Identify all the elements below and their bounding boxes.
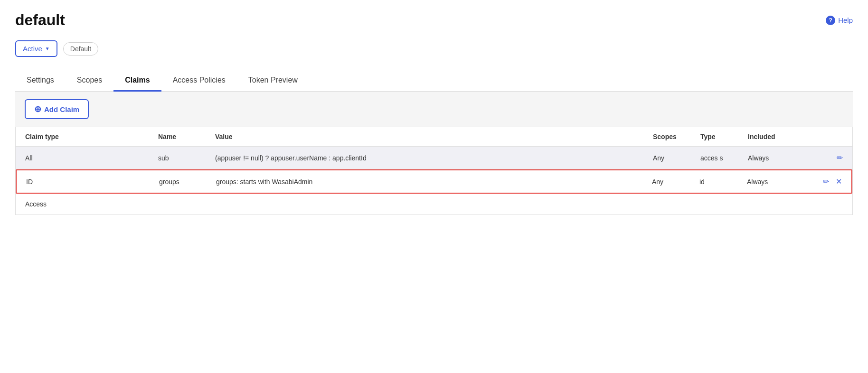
add-claim-button[interactable]: ⊕ Add Claim: [25, 99, 89, 119]
tab-claims[interactable]: Claims: [113, 70, 161, 92]
active-label: Active: [23, 45, 42, 53]
help-link[interactable]: ? Help: [826, 16, 853, 25]
cell-claim-type-all: All: [25, 154, 158, 162]
add-claim-label: Add Claim: [44, 105, 79, 113]
page-title: default: [15, 11, 65, 29]
cell-claim-type-access: Access: [25, 200, 158, 208]
tab-access-policies[interactable]: Access Policies: [161, 70, 237, 92]
top-controls: Active ▼ Default: [15, 40, 853, 57]
row-actions-sub: ✏: [805, 153, 843, 162]
delete-icon-groups[interactable]: ✕: [836, 177, 842, 186]
cell-scopes-groups: Any: [652, 178, 699, 186]
cell-name-sub: sub: [158, 154, 215, 162]
toolbar: ⊕ Add Claim: [15, 92, 853, 127]
help-icon: ?: [826, 16, 835, 25]
col-claim-type: Claim type: [25, 133, 158, 140]
table-header: Claim type Name Value Scopes Type Includ…: [16, 127, 852, 147]
col-type: Type: [700, 133, 748, 140]
help-label: Help: [838, 16, 853, 24]
tabs-nav: Settings Scopes Claims Access Policies T…: [15, 70, 853, 92]
row-actions-groups: ✏ ✕: [804, 177, 842, 186]
col-included: Included: [748, 133, 805, 140]
col-value: Value: [215, 133, 653, 140]
tab-settings[interactable]: Settings: [15, 70, 66, 92]
cell-value-sub: (appuser != null) ? appuser.userName : a…: [215, 154, 653, 162]
page-header: default ? Help: [15, 11, 853, 29]
cell-included-sub: Always: [748, 154, 805, 162]
edit-icon[interactable]: ✏: [837, 153, 843, 162]
cell-name-groups: groups: [159, 178, 216, 186]
cell-type-sub: acces s: [700, 154, 748, 162]
table-row: All sub (appuser != null) ? appuser.user…: [16, 147, 852, 169]
col-actions: [805, 133, 843, 140]
edit-icon-groups[interactable]: ✏: [823, 177, 829, 186]
cell-included-groups: Always: [747, 178, 804, 186]
col-name: Name: [158, 133, 215, 140]
cell-scopes-sub: Any: [653, 154, 700, 162]
cell-value-groups: groups: starts with WasabiAdmin: [216, 178, 652, 186]
claims-table: Claim type Name Value Scopes Type Includ…: [15, 127, 853, 215]
table-row-highlighted: ID groups groups: starts with WasabiAdmi…: [16, 169, 852, 194]
active-dropdown-button[interactable]: Active ▼: [15, 40, 57, 57]
col-scopes: Scopes: [653, 133, 700, 140]
tab-scopes[interactable]: Scopes: [66, 70, 113, 92]
table-row-access: Access: [16, 194, 852, 214]
default-badge: Default: [63, 42, 98, 56]
plus-icon: ⊕: [34, 104, 41, 114]
chevron-down-icon: ▼: [45, 46, 50, 51]
content-area: ⊕ Add Claim Claim type Name Value Scopes…: [15, 92, 853, 215]
tab-token-preview[interactable]: Token Preview: [237, 70, 309, 92]
cell-type-groups: id: [699, 178, 747, 186]
cell-claim-type-id: ID: [26, 178, 159, 186]
